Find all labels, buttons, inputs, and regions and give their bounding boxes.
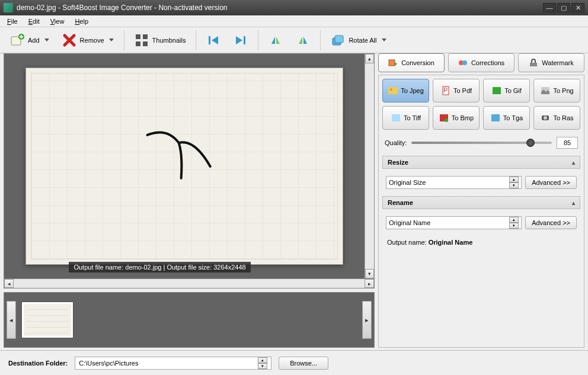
svg-rect-6: [209, 36, 210, 44]
gif-icon: [491, 85, 502, 96]
rename-header-label: Rename: [388, 199, 413, 206]
jpeg-icon: [388, 85, 398, 96]
image-content: [127, 123, 238, 202]
thumbnails-label: Thumbnails: [152, 37, 186, 44]
format-jpeg-label: To Jpeg: [401, 87, 424, 94]
scroll-up-button[interactable]: ▴: [365, 54, 374, 63]
rename-advanced-button[interactable]: Advanced >>: [525, 216, 577, 229]
format-pdf-button[interactable]: PTo Pdf: [433, 79, 480, 102]
preview-wrap: Output file name: demo-02.jpg | Output f…: [4, 53, 375, 289]
image-preview: [25, 68, 343, 265]
maximize-button[interactable]: ▢: [557, 3, 570, 12]
flip-v-button[interactable]: [290, 30, 315, 50]
add-dropdown-icon: [44, 39, 49, 41]
rotate-icon: [331, 33, 345, 47]
quality-slider[interactable]: [411, 142, 552, 144]
menu-file[interactable]: File: [2, 17, 23, 26]
png-icon: [540, 85, 551, 96]
thumbnail-strip: ◂ ▸: [4, 292, 375, 348]
thumbnails-icon: [135, 33, 149, 47]
bmp-icon: [439, 113, 449, 123]
format-tiff-button[interactable]: To Tiff: [382, 106, 429, 130]
svg-point-15: [390, 88, 392, 91]
slider-thumb[interactable]: [526, 139, 535, 147]
rotate-dropdown-icon: [382, 39, 386, 41]
menu-edit[interactable]: Edit: [24, 17, 44, 26]
svg-rect-13: [530, 63, 537, 66]
format-bmp-button[interactable]: To Bmp: [433, 106, 480, 130]
titlebar: demo-02.jpg - Soft4Boost Image Converter…: [0, 0, 588, 15]
add-label: Add: [28, 37, 40, 44]
add-button[interactable]: Add: [5, 30, 55, 50]
scroll-htrack[interactable]: [14, 279, 365, 288]
quality-value[interactable]: 85: [557, 137, 578, 149]
svg-rect-20: [392, 114, 400, 121]
format-tga-button[interactable]: To Tga: [483, 106, 530, 130]
output-name-row: Output name: Original Name: [382, 236, 580, 248]
tab-conversion[interactable]: Conversion: [378, 53, 445, 72]
resize-advanced-button[interactable]: Advanced >>: [525, 176, 577, 189]
resize-combo[interactable]: Original Size ▴▾: [386, 176, 522, 189]
tabs: Conversion Corrections Watermark: [378, 53, 584, 72]
collapse-icon: ▴: [572, 159, 575, 166]
format-tga-label: To Tga: [503, 114, 523, 121]
tiff-icon: [391, 113, 401, 123]
rename-body: Original Name ▴▾ Advanced >>: [382, 213, 580, 233]
flip-v-icon: [296, 33, 310, 47]
svg-rect-2: [136, 34, 140, 39]
menu-view[interactable]: View: [46, 17, 69, 26]
preview-pane: Output file name: demo-02.jpg | Output f…: [4, 53, 375, 279]
left-column: Output file name: demo-02.jpg | Output f…: [4, 53, 375, 348]
scroll-down-button[interactable]: ▾: [365, 269, 374, 278]
rename-combo[interactable]: Original Name ▴▾: [386, 216, 522, 229]
thumb-prev-button[interactable]: ◂: [7, 301, 16, 339]
collapse-icon: ▴: [572, 200, 575, 206]
format-png-button[interactable]: To Png: [533, 79, 580, 102]
browse-button[interactable]: Browse...: [279, 357, 328, 370]
remove-label: Remove: [80, 37, 104, 44]
content-area: Output file name: demo-02.jpg | Output f…: [0, 53, 588, 350]
resize-spinner[interactable]: ▴▾: [509, 177, 519, 188]
resize-header[interactable]: Resize ▴: [382, 156, 580, 169]
rename-header[interactable]: Rename ▴: [382, 196, 580, 209]
tab-corrections[interactable]: Corrections: [448, 53, 514, 72]
format-jpeg-button[interactable]: To Jpeg: [382, 79, 429, 102]
output-name-value: Original Name: [429, 239, 473, 246]
horizontal-scrollbar[interactable]: ◂ ▸: [4, 279, 375, 289]
resize-body: Original Size ▴▾ Advanced >>: [382, 172, 580, 193]
tab-watermark[interactable]: Watermark: [518, 53, 584, 72]
svg-rect-10: [389, 60, 395, 66]
first-button[interactable]: [201, 30, 226, 50]
flip-h-button[interactable]: [263, 30, 288, 50]
menubar: File Edit View Help: [0, 15, 588, 27]
thumbnail-item[interactable]: [22, 302, 73, 338]
preview-canvas[interactable]: Output file name: demo-02.jpg | Output f…: [4, 54, 365, 278]
thumb-next-button[interactable]: ▸: [362, 301, 372, 339]
rotate-all-button[interactable]: Rotate All: [325, 30, 391, 50]
vertical-scrollbar[interactable]: ▴ ▾: [365, 54, 374, 278]
destination-input[interactable]: C:\Users\pc\Pictures ▴▾: [75, 357, 271, 370]
scroll-left-button[interactable]: ◂: [4, 279, 14, 288]
bottom-bar: Destination Folder: C:\Users\pc\Pictures…: [0, 350, 588, 375]
menu-help[interactable]: Help: [70, 17, 93, 26]
right-column: Conversion Corrections Watermark To Jpeg…: [378, 53, 584, 348]
last-icon: [234, 33, 248, 47]
toolbar: Add Remove Thumbnails Rotate: [0, 27, 588, 53]
rename-spinner[interactable]: ▴▾: [509, 217, 519, 229]
separator: [258, 30, 258, 50]
scroll-track[interactable]: [365, 63, 374, 269]
remove-icon: [62, 33, 76, 47]
format-png-label: To Png: [553, 87, 573, 94]
destination-spinner[interactable]: ▴▾: [258, 357, 267, 369]
format-gif-button[interactable]: To Gif: [483, 79, 530, 102]
separator: [124, 30, 124, 50]
minimize-button[interactable]: —: [543, 3, 556, 12]
rename-value: Original Name: [389, 219, 430, 226]
last-button[interactable]: [228, 30, 253, 50]
scroll-right-button[interactable]: ▸: [365, 279, 374, 288]
close-button[interactable]: ✕: [571, 3, 584, 12]
destination-path: C:\Users\pc\Pictures: [79, 360, 138, 367]
format-ras-button[interactable]: To Ras: [533, 106, 580, 130]
thumbnails-button[interactable]: Thumbnails: [129, 30, 191, 50]
remove-button[interactable]: Remove: [57, 30, 119, 50]
